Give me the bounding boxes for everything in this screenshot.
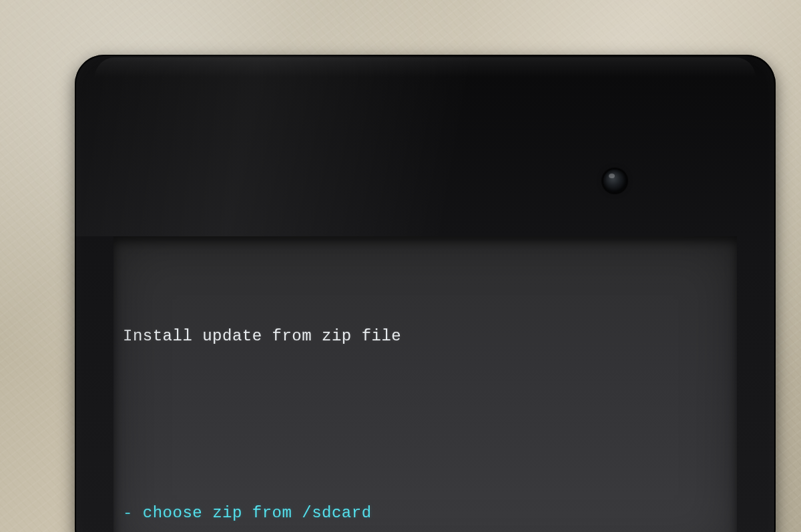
menu-item-prefix: - bbox=[123, 504, 143, 522]
recovery-menu: Install update from zip file - choose zi… bbox=[117, 258, 733, 532]
device-screen: Install update from zip file - choose zi… bbox=[113, 236, 737, 532]
glass-sheen bbox=[75, 55, 776, 236]
menu-item-choose-zip-sdcard[interactable]: - choose zip from /sdcard bbox=[117, 501, 733, 525]
front-camera-icon bbox=[603, 170, 626, 192]
menu-title: Install update from zip file bbox=[117, 324, 733, 354]
tablet-device: Install update from zip file - choose zi… bbox=[75, 55, 776, 532]
menu-item-label: choose zip from /sdcard bbox=[143, 504, 372, 522]
menu-spacer bbox=[117, 421, 733, 435]
